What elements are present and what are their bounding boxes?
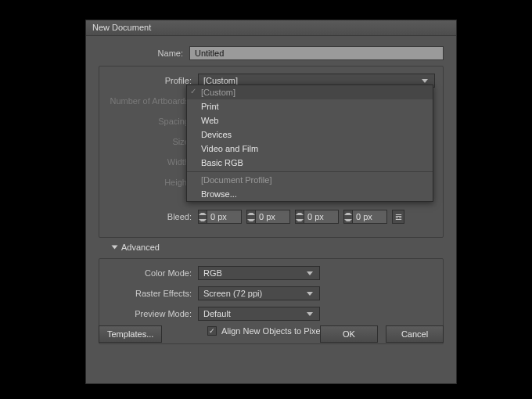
color-mode-value: RGB (203, 268, 222, 278)
spinner-buttons[interactable] (198, 210, 207, 224)
name-label: Name: (99, 49, 189, 58)
raster-effects-label: Raster Effects: (107, 289, 198, 298)
dropdown-item-web[interactable]: Web (187, 113, 433, 128)
dialog-content: Name: Profile: [Custom] Number of Artboa… (86, 36, 456, 354)
preview-mode-value: Default (203, 309, 231, 318)
profile-dropdown-list: [Custom] Print Web Devices Video and Fil… (186, 84, 433, 202)
chevron-down-icon (112, 246, 118, 250)
bleed-left-input[interactable] (304, 210, 339, 224)
bleed-bottom-input[interactable] (256, 210, 290, 224)
name-input[interactable] (189, 46, 444, 60)
dialog-titlebar[interactable]: New Document (86, 20, 456, 36)
raster-effects-combo[interactable]: Screen (72 ppi) (198, 286, 320, 300)
chevron-down-icon (422, 79, 428, 83)
spinner-buttons[interactable] (343, 210, 353, 224)
chevron-down-icon (307, 312, 313, 316)
color-mode-label: Color Mode: (107, 268, 198, 278)
cancel-button[interactable]: Cancel (386, 325, 444, 343)
templates-button[interactable]: Templates... (99, 325, 162, 343)
advanced-disclosure[interactable]: Advanced (113, 243, 444, 252)
dropdown-item-browse[interactable]: Browse... (187, 187, 433, 201)
profile-label: Profile: (107, 76, 198, 85)
new-document-dialog: New Document Name: Profile: [Custom] Num… (85, 20, 457, 384)
spacing-label: Spacing: (107, 117, 198, 126)
dropdown-item-basic-rgb[interactable]: Basic RGB (187, 156, 433, 170)
link-icon[interactable]: 𝌉 (392, 210, 404, 224)
spinner-buttons[interactable] (246, 210, 256, 224)
bleed-top-input[interactable] (207, 210, 242, 224)
bleed-bottom-spinner[interactable] (246, 210, 290, 224)
width-label: Width: (107, 157, 198, 167)
bleed-right-spinner[interactable] (343, 210, 387, 224)
dialog-title: New Document (92, 23, 151, 32)
advanced-heading: Advanced (121, 243, 160, 252)
chevron-down-icon (307, 271, 313, 275)
spinner-buttons[interactable] (295, 210, 304, 224)
dropdown-item-devices[interactable]: Devices (187, 128, 433, 142)
height-label: Height: (107, 178, 198, 187)
bleed-left-spinner[interactable] (295, 210, 339, 224)
artboards-label: Number of Artboards: (107, 96, 198, 106)
raster-effects-value: Screen (72 ppi) (203, 289, 262, 298)
color-mode-combo[interactable]: RGB (198, 266, 320, 280)
ok-button[interactable]: OK (320, 325, 378, 343)
bleed-label: Bleed: (107, 212, 198, 221)
dialog-footer: Templates... OK Cancel (99, 325, 444, 343)
size-label: Size: (107, 137, 198, 146)
dropdown-item-doc-profile[interactable]: [Document Profile] (187, 171, 433, 187)
dropdown-item-print[interactable]: Print (187, 99, 433, 113)
dropdown-item-custom[interactable]: [Custom] (187, 85, 433, 99)
bleed-top-spinner[interactable] (198, 210, 242, 224)
preview-mode-combo[interactable]: Default (198, 307, 320, 321)
dropdown-item-video[interactable]: Video and Film (187, 142, 433, 156)
chevron-down-icon (307, 292, 313, 296)
bleed-right-input[interactable] (353, 210, 387, 224)
preview-mode-label: Preview Mode: (107, 309, 198, 318)
